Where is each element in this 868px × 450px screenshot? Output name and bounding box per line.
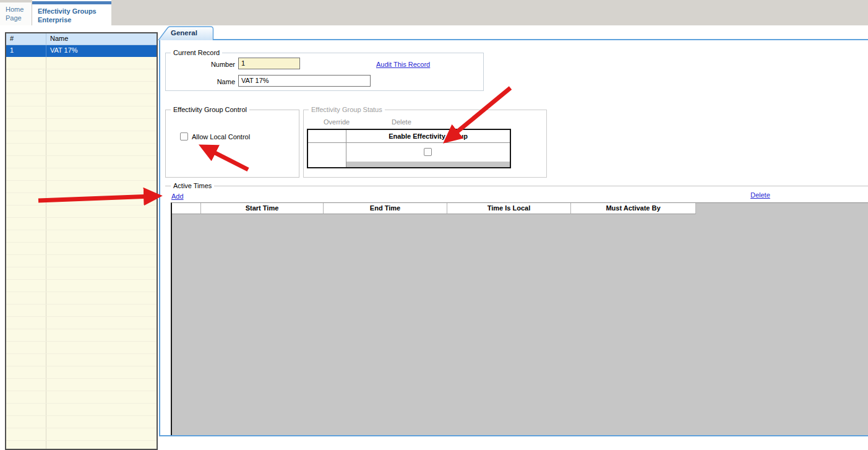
list-item[interactable] bbox=[6, 131, 157, 144]
column-header-time-is-local[interactable]: Time Is Local bbox=[447, 203, 571, 214]
column-header-end-time[interactable]: End Time bbox=[324, 203, 447, 214]
column-header-name[interactable]: Name bbox=[46, 33, 157, 45]
active-times-grid-body[interactable] bbox=[171, 202, 868, 435]
current-record-title: Current Record bbox=[171, 49, 222, 56]
status-grid-row-selector[interactable] bbox=[308, 143, 346, 162]
column-header-number[interactable]: # bbox=[6, 33, 46, 45]
enable-effectivity-group-header[interactable]: Enable Effectivity Group bbox=[346, 130, 510, 143]
list-item[interactable] bbox=[6, 416, 157, 428]
list-item[interactable] bbox=[6, 230, 157, 243]
list-item[interactable] bbox=[6, 305, 157, 317]
app-window: Home Page Effectivity Groups Enterprise … bbox=[0, 0, 868, 450]
active-times-groupbox-border bbox=[165, 186, 868, 186]
active-times-title: Active Times bbox=[171, 182, 214, 189]
tab-home-page[interactable]: Home Page bbox=[0, 2, 32, 25]
list-item[interactable] bbox=[6, 342, 157, 354]
list-item[interactable] bbox=[6, 168, 157, 181]
list-item[interactable] bbox=[6, 267, 157, 280]
list-item[interactable] bbox=[6, 94, 157, 106]
list-item[interactable] bbox=[6, 69, 157, 82]
record-list-empty-rows bbox=[6, 57, 157, 450]
status-grid-rowheader-cell bbox=[308, 130, 346, 143]
status-grid-data-row bbox=[308, 143, 510, 162]
tab-general-label[interactable]: General bbox=[171, 29, 197, 37]
list-item[interactable] bbox=[6, 379, 157, 391]
list-item[interactable] bbox=[6, 218, 157, 230]
list-item[interactable] bbox=[6, 255, 157, 267]
list-item[interactable] bbox=[6, 329, 157, 342]
record-list-header: # Name bbox=[6, 33, 157, 45]
list-item-number: 1 bbox=[6, 45, 46, 57]
effectivity-group-status-grid: Enable Effectivity Group bbox=[307, 129, 511, 168]
name-label: Name bbox=[179, 78, 235, 85]
active-tab-accent-bar bbox=[32, 1, 111, 4]
status-grid-header-row: Enable Effectivity Group bbox=[308, 130, 510, 143]
list-item[interactable] bbox=[6, 144, 157, 156]
name-field[interactable]: VAT 17% bbox=[238, 75, 371, 87]
allow-local-control-checkbox[interactable] bbox=[180, 132, 188, 141]
list-item[interactable] bbox=[6, 193, 157, 206]
window-tab-bar: Home Page Effectivity Groups Enterprise bbox=[0, 0, 868, 25]
record-list-grid: # Name 1 VAT 17% bbox=[5, 32, 158, 450]
list-item[interactable] bbox=[6, 391, 157, 404]
list-item[interactable] bbox=[6, 156, 157, 168]
active-times-delete-link[interactable]: Delete bbox=[750, 191, 770, 199]
list-item[interactable] bbox=[6, 317, 157, 329]
status-grid-filler-row bbox=[308, 162, 510, 167]
list-item[interactable] bbox=[6, 428, 157, 441]
tab-effectivity-groups-enterprise[interactable]: Effectivity Groups Enterprise bbox=[32, 0, 111, 25]
list-item-name: VAT 17% bbox=[46, 45, 157, 57]
number-field[interactable]: 1 bbox=[238, 58, 300, 69]
list-item[interactable] bbox=[6, 366, 157, 379]
list-item-selected[interactable]: 1 VAT 17% bbox=[6, 45, 157, 57]
column-header-start-time[interactable]: Start Time bbox=[201, 203, 324, 214]
active-times-add-link[interactable]: Add bbox=[171, 193, 184, 200]
list-item[interactable] bbox=[6, 404, 157, 416]
audit-this-record-link[interactable]: Audit This Record bbox=[376, 61, 430, 68]
enable-effectivity-group-checkbox[interactable] bbox=[424, 148, 432, 156]
tab-home-page-label: Home Page bbox=[6, 6, 24, 22]
list-item[interactable] bbox=[6, 82, 157, 94]
column-header-must-activate-by[interactable]: Must Activate By bbox=[571, 203, 696, 214]
list-item[interactable] bbox=[6, 292, 157, 305]
list-item[interactable] bbox=[6, 354, 157, 366]
allow-local-control-label[interactable]: Allow Local Control bbox=[192, 133, 250, 141]
list-item[interactable] bbox=[6, 441, 157, 450]
list-item[interactable] bbox=[6, 280, 157, 292]
delete-column-label: Delete bbox=[392, 118, 411, 126]
list-item[interactable] bbox=[6, 106, 157, 119]
list-item[interactable] bbox=[6, 206, 157, 218]
enable-effectivity-group-cell bbox=[346, 143, 510, 162]
effectivity-group-status-title: Effectivity Group Status bbox=[309, 106, 385, 113]
list-item[interactable] bbox=[6, 181, 157, 193]
tab-effectivity-groups-enterprise-label: Effectivity Groups Enterprise bbox=[38, 7, 111, 24]
effectivity-group-control-groupbox bbox=[165, 110, 299, 178]
list-item[interactable] bbox=[6, 57, 157, 69]
effectivity-group-control-title: Effectivity Group Control bbox=[171, 106, 249, 113]
active-times-grid-header-row: Start Time End Time Time Is Local Must A… bbox=[172, 203, 696, 214]
number-label: Number bbox=[179, 61, 235, 68]
override-label: Override bbox=[324, 118, 350, 126]
active-times-rowheader-cell bbox=[172, 203, 201, 214]
list-item[interactable] bbox=[6, 243, 157, 255]
list-item[interactable] bbox=[6, 119, 157, 131]
